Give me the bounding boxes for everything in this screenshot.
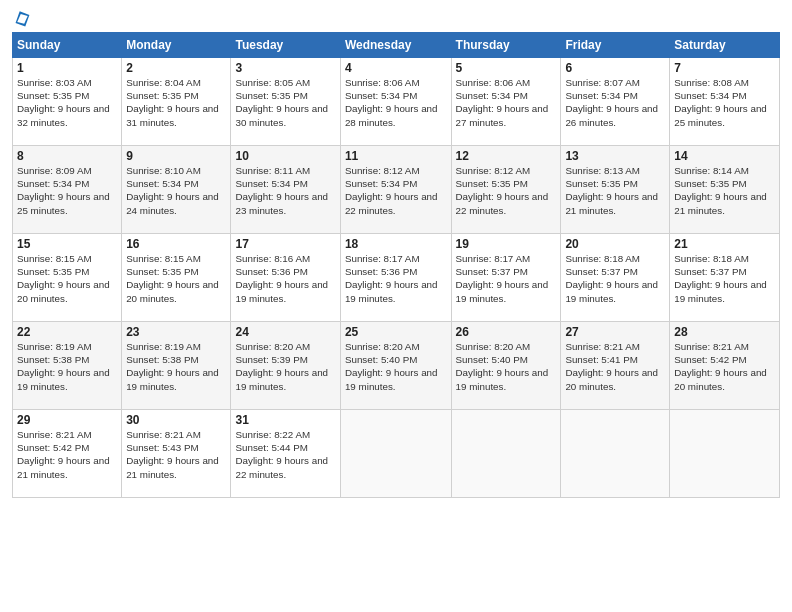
- sunrise-time: 8:03 AM: [56, 77, 92, 88]
- calendar-cell: 19 Sunrise: 8:17 AM Sunset: 5:37 PM Dayl…: [451, 234, 561, 322]
- sunrise-label: Sunrise:: [565, 165, 604, 176]
- daylight-label: Daylight: 9 hours and 19 minutes.: [345, 367, 438, 391]
- day-info: Sunrise: 8:20 AM Sunset: 5:40 PM Dayligh…: [456, 340, 557, 393]
- calendar-week-4: 22 Sunrise: 8:19 AM Sunset: 5:38 PM Dayl…: [13, 322, 780, 410]
- day-header-wednesday: Wednesday: [340, 33, 451, 58]
- sunrise-time: 8:20 AM: [384, 341, 420, 352]
- day-number: 31: [235, 413, 335, 427]
- day-header-thursday: Thursday: [451, 33, 561, 58]
- sunrise-time: 8:17 AM: [384, 253, 420, 264]
- sunset-time: 5:42 PM: [710, 354, 747, 365]
- sunset-time: 5:34 PM: [53, 178, 90, 189]
- sunrise-label: Sunrise:: [235, 77, 274, 88]
- sunrise-time: 8:15 AM: [56, 253, 92, 264]
- daylight-label: Daylight: 9 hours and 32 minutes.: [17, 103, 110, 127]
- sunrise-time: 8:21 AM: [713, 341, 749, 352]
- calendar-cell: 11 Sunrise: 8:12 AM Sunset: 5:34 PM Dayl…: [340, 146, 451, 234]
- sunset-label: Sunset:: [345, 90, 381, 101]
- logo: [12, 10, 35, 24]
- calendar-cell: 8 Sunrise: 8:09 AM Sunset: 5:34 PM Dayli…: [13, 146, 122, 234]
- sunrise-label: Sunrise:: [235, 165, 274, 176]
- calendar-cell: 15 Sunrise: 8:15 AM Sunset: 5:35 PM Dayl…: [13, 234, 122, 322]
- sunset-time: 5:40 PM: [492, 354, 529, 365]
- calendar-cell: 10 Sunrise: 8:11 AM Sunset: 5:34 PM Dayl…: [231, 146, 340, 234]
- day-info: Sunrise: 8:07 AM Sunset: 5:34 PM Dayligh…: [565, 76, 665, 129]
- daylight-label: Daylight: 9 hours and 19 minutes.: [126, 367, 219, 391]
- sunrise-label: Sunrise:: [456, 253, 495, 264]
- sunset-label: Sunset:: [235, 442, 271, 453]
- sunrise-label: Sunrise:: [126, 429, 165, 440]
- day-header-saturday: Saturday: [670, 33, 780, 58]
- day-number: 7: [674, 61, 775, 75]
- day-info: Sunrise: 8:17 AM Sunset: 5:37 PM Dayligh…: [456, 252, 557, 305]
- day-number: 3: [235, 61, 335, 75]
- calendar-cell: 18 Sunrise: 8:17 AM Sunset: 5:36 PM Dayl…: [340, 234, 451, 322]
- calendar-table: SundayMondayTuesdayWednesdayThursdayFrid…: [12, 32, 780, 498]
- day-number: 21: [674, 237, 775, 251]
- sunset-label: Sunset:: [674, 266, 710, 277]
- sunset-label: Sunset:: [126, 178, 162, 189]
- sunrise-time: 8:12 AM: [384, 165, 420, 176]
- daylight-label: Daylight: 9 hours and 21 minutes.: [17, 455, 110, 479]
- sunrise-time: 8:08 AM: [713, 77, 749, 88]
- sunrise-time: 8:10 AM: [165, 165, 201, 176]
- calendar-cell: [451, 410, 561, 498]
- calendar-cell: [340, 410, 451, 498]
- calendar-cell: 5 Sunrise: 8:06 AM Sunset: 5:34 PM Dayli…: [451, 58, 561, 146]
- sunrise-label: Sunrise:: [674, 253, 713, 264]
- sunset-time: 5:34 PM: [710, 90, 747, 101]
- sunset-time: 5:39 PM: [271, 354, 308, 365]
- day-header-friday: Friday: [561, 33, 670, 58]
- day-info: Sunrise: 8:10 AM Sunset: 5:34 PM Dayligh…: [126, 164, 226, 217]
- day-info: Sunrise: 8:09 AM Sunset: 5:34 PM Dayligh…: [17, 164, 117, 217]
- sunset-time: 5:40 PM: [381, 354, 418, 365]
- day-number: 16: [126, 237, 226, 251]
- sunrise-time: 8:09 AM: [56, 165, 92, 176]
- day-info: Sunrise: 8:17 AM Sunset: 5:36 PM Dayligh…: [345, 252, 447, 305]
- calendar-cell: 26 Sunrise: 8:20 AM Sunset: 5:40 PM Dayl…: [451, 322, 561, 410]
- sunset-time: 5:37 PM: [710, 266, 747, 277]
- daylight-label: Daylight: 9 hours and 26 minutes.: [565, 103, 658, 127]
- sunset-label: Sunset:: [235, 178, 271, 189]
- sunrise-label: Sunrise:: [126, 341, 165, 352]
- sunrise-label: Sunrise:: [17, 253, 56, 264]
- sunrise-label: Sunrise:: [235, 341, 274, 352]
- daylight-label: Daylight: 9 hours and 19 minutes.: [456, 367, 549, 391]
- day-number: 23: [126, 325, 226, 339]
- daylight-label: Daylight: 9 hours and 19 minutes.: [235, 367, 328, 391]
- daylight-label: Daylight: 9 hours and 24 minutes.: [126, 191, 219, 215]
- calendar-cell: 25 Sunrise: 8:20 AM Sunset: 5:40 PM Dayl…: [340, 322, 451, 410]
- day-info: Sunrise: 8:19 AM Sunset: 5:38 PM Dayligh…: [126, 340, 226, 393]
- day-number: 18: [345, 237, 447, 251]
- sunrise-time: 8:15 AM: [165, 253, 201, 264]
- day-info: Sunrise: 8:06 AM Sunset: 5:34 PM Dayligh…: [345, 76, 447, 129]
- sunrise-time: 8:18 AM: [713, 253, 749, 264]
- sunset-label: Sunset:: [126, 442, 162, 453]
- calendar-cell: 24 Sunrise: 8:20 AM Sunset: 5:39 PM Dayl…: [231, 322, 340, 410]
- sunset-time: 5:38 PM: [162, 354, 199, 365]
- sunrise-label: Sunrise:: [565, 253, 604, 264]
- calendar-cell: [670, 410, 780, 498]
- daylight-label: Daylight: 9 hours and 21 minutes.: [565, 191, 658, 215]
- sunset-label: Sunset:: [456, 90, 492, 101]
- day-number: 2: [126, 61, 226, 75]
- day-header-tuesday: Tuesday: [231, 33, 340, 58]
- day-info: Sunrise: 8:21 AM Sunset: 5:42 PM Dayligh…: [674, 340, 775, 393]
- day-number: 24: [235, 325, 335, 339]
- daylight-label: Daylight: 9 hours and 19 minutes.: [456, 279, 549, 303]
- sunset-time: 5:35 PM: [601, 178, 638, 189]
- sunrise-time: 8:12 AM: [494, 165, 530, 176]
- sunset-time: 5:35 PM: [492, 178, 529, 189]
- sunset-label: Sunset:: [345, 266, 381, 277]
- sunset-time: 5:34 PM: [162, 178, 199, 189]
- day-number: 20: [565, 237, 665, 251]
- day-info: Sunrise: 8:05 AM Sunset: 5:35 PM Dayligh…: [235, 76, 335, 129]
- day-number: 6: [565, 61, 665, 75]
- sunset-time: 5:37 PM: [601, 266, 638, 277]
- sunrise-time: 8:21 AM: [165, 429, 201, 440]
- sunrise-time: 8:22 AM: [274, 429, 310, 440]
- sunset-time: 5:42 PM: [53, 442, 90, 453]
- daylight-label: Daylight: 9 hours and 22 minutes.: [235, 455, 328, 479]
- sunrise-time: 8:06 AM: [494, 77, 530, 88]
- sunset-label: Sunset:: [235, 354, 271, 365]
